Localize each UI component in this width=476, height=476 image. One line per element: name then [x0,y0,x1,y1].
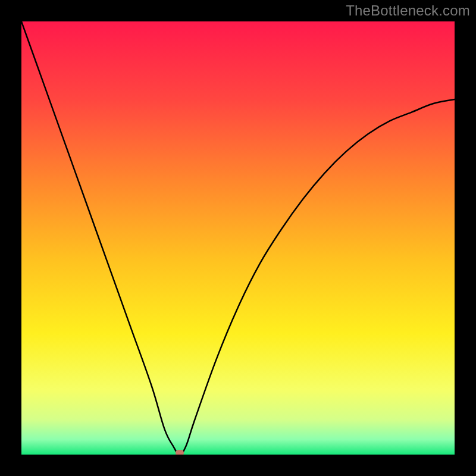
minimum-marker [176,450,184,455]
plot-area [21,21,455,455]
bottleneck-curve [21,21,455,455]
watermark-text: TheBottleneck.com [346,2,470,19]
chart-frame: TheBottleneck.com [0,0,476,476]
